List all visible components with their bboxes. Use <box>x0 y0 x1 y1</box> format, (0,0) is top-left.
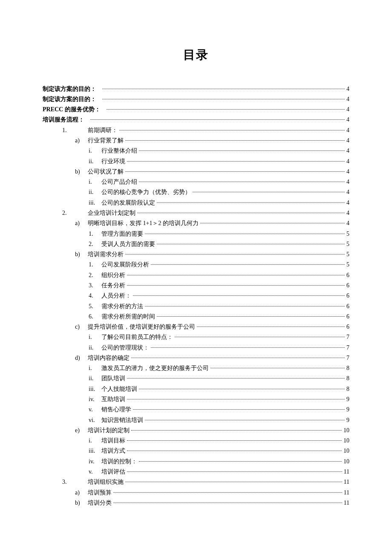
toc-entry: i.公司产品介绍4 <box>43 177 349 187</box>
toc-leader-dots <box>113 503 342 503</box>
toc-leader-dots <box>131 430 342 431</box>
toc-entry: ii.行业环境4 <box>43 156 349 166</box>
toc-entry-pagenum: 11 <box>344 477 349 487</box>
toc-entry: 3.任务分析6 <box>43 280 349 290</box>
toc-entry-text: 管理方面的需要 <box>101 231 143 237</box>
toc-entry-label: iii.培训方式 <box>89 446 125 456</box>
toc-entry-label: 2.企业培训计划定制 <box>62 208 135 218</box>
toc-entry-label: v.销售心理学 <box>89 405 131 414</box>
toc-leader-dots <box>145 306 345 306</box>
toc-entry-marker: 1. <box>89 229 101 239</box>
toc-entry-text: 任务分析 <box>101 282 125 289</box>
toc-leader-dots <box>127 275 345 275</box>
toc-entry-marker: b) <box>75 167 88 176</box>
toc-entry-marker: 2. <box>89 239 101 249</box>
toc-entry-pagenum: 4 <box>346 208 349 218</box>
toc-entry-text: 公司产品介绍 <box>101 179 137 185</box>
toc-entry-pagenum: 8 <box>346 384 349 394</box>
toc-leader-dots <box>139 150 345 151</box>
toc-entry: d)培训内容的确定7 <box>43 353 349 363</box>
toc-leader-dots <box>127 471 342 472</box>
toc-entry-marker: a) <box>75 488 88 497</box>
toc-entry-text: 培训组织实施 <box>88 479 124 485</box>
toc-entry: ii.公司的管理现状：7 <box>43 342 349 353</box>
toc-entry-pagenum: 4 <box>346 125 349 135</box>
toc-entry-pagenum: 4 <box>346 156 349 166</box>
toc-leader-dots <box>175 337 345 337</box>
toc-leader-dots <box>113 492 342 493</box>
toc-entry-marker: ii. <box>89 156 101 166</box>
toc-entry-pagenum: 11 <box>344 498 349 508</box>
toc-entry-text: 受训人员方面的需要 <box>101 241 155 247</box>
toc-entry-label: 2.受训人员方面的需要 <box>89 239 155 249</box>
toc-leader-dots <box>200 223 345 223</box>
toc-leader-dots <box>102 99 345 99</box>
toc-entry-text: 组织分析 <box>101 272 125 278</box>
toc-leader-dots <box>133 409 345 410</box>
toc-entry: 制定该方案的目的：4 <box>43 84 349 94</box>
toc-entry-marker: i. <box>89 332 101 342</box>
toc-entry-label: i.公司产品介绍 <box>89 177 137 187</box>
toc-entry-text: 制定该方案的目的： <box>43 96 96 102</box>
toc-entry-label: b)培训需求分析 <box>75 249 124 259</box>
toc-entry-pagenum: 10 <box>343 436 349 445</box>
toc-leader-dots <box>127 161 345 162</box>
toc-entry-pagenum: 6 <box>346 312 349 321</box>
toc-entry-pagenum: 9 <box>346 394 349 404</box>
toc-entry: v.销售心理学9 <box>43 405 349 415</box>
toc-entry-text: 行业整体介绍 <box>101 147 137 154</box>
toc-entry-marker: a) <box>75 218 88 228</box>
toc-entry-text: 培训的控制： <box>101 458 137 465</box>
toc-entry: b)公司状况了解4 <box>43 166 349 176</box>
toc-entry-pagenum: 5 <box>346 229 349 239</box>
toc-entry-label: 2.组织分析 <box>89 270 125 280</box>
toc-entry-marker: e) <box>75 425 88 435</box>
toc-entry-text: 明晰培训目标，发挥 1+1＞2 的培训几何力 <box>88 220 199 226</box>
toc-entry-text: 培训方式 <box>101 448 125 454</box>
toc-entry: b)培训需求分析5 <box>43 249 349 260</box>
toc-entry-text: 行业背景了解 <box>88 137 124 144</box>
toc-entry-text: 企业培训计划定制 <box>88 210 135 216</box>
toc-entry-marker: i. <box>89 146 101 156</box>
toc-entry-label: 6.需求分析所需的时间 <box>89 312 155 321</box>
toc-entry-pagenum: 4 <box>346 198 349 208</box>
toc-entry-pagenum: 5 <box>346 260 349 269</box>
toc-entry-text: PRECC 的服务优势： <box>43 106 101 113</box>
toc-entry: 1.公司发展阶段分析5 <box>43 260 349 270</box>
table-of-contents: 制定该方案的目的：4制定该方案的目的：4PRECC 的服务优势：4培训服务流程：… <box>43 84 349 508</box>
toc-entry-marker: vi. <box>89 415 101 425</box>
toc-entry-text: 培训计划的定制 <box>88 427 130 434</box>
toc-entry: i.激发员工的潜力，使之更好的服务于公司8 <box>43 363 349 373</box>
toc-entry-text: 公司的管理现状： <box>101 344 149 351</box>
toc-entry-pagenum: 6 <box>346 301 349 311</box>
toc-entry-text: 培训评估 <box>101 468 125 475</box>
toc-entry-marker: a) <box>75 136 88 145</box>
toc-entry-pagenum: 4 <box>346 94 349 104</box>
toc-entry-label: ii.团队培训 <box>89 373 125 383</box>
toc-entry-text: 培训目标 <box>101 437 125 444</box>
toc-entry-marker: d) <box>75 353 88 363</box>
toc-entry-text: 销售心理学 <box>101 406 131 413</box>
toc-entry-label: d)培训内容的确定 <box>75 353 130 363</box>
toc-leader-dots <box>145 234 345 234</box>
toc-entry-text: 培训内容的确定 <box>88 355 130 361</box>
toc-leader-dots <box>139 461 342 462</box>
toc-entry-label: b)公司状况了解 <box>75 167 124 176</box>
toc-entry: a)明晰培训目标，发挥 1+1＞2 的培训几何力4 <box>43 218 349 228</box>
toc-leader-dots <box>137 213 345 213</box>
toc-entry-marker: iii. <box>89 198 101 208</box>
toc-leader-dots <box>157 244 345 244</box>
toc-entry-text: 培训需求分析 <box>88 251 124 257</box>
toc-entry: 2.受训人员方面的需要5 <box>43 239 349 249</box>
toc-entry-label: a)明晰培训目标，发挥 1+1＞2 的培训几何力 <box>75 218 199 228</box>
toc-entry: a)行业背景了解4 <box>43 135 349 145</box>
toc-leader-dots <box>127 378 345 379</box>
toc-entry-pagenum: 6 <box>346 322 349 332</box>
toc-entry-text: 制定该方案的目的： <box>43 86 96 92</box>
toc-leader-dots <box>145 420 345 420</box>
toc-entry-text: 需求分析所需的时间 <box>101 313 155 320</box>
toc-entry-label: c)提升培训价值，使培训更好的服务于公司 <box>75 322 195 332</box>
toc-leader-dots <box>133 295 345 296</box>
toc-entry-label: 制定该方案的目的： <box>43 84 101 94</box>
toc-entry: i.了解公司目前员工的特点：7 <box>43 332 349 342</box>
